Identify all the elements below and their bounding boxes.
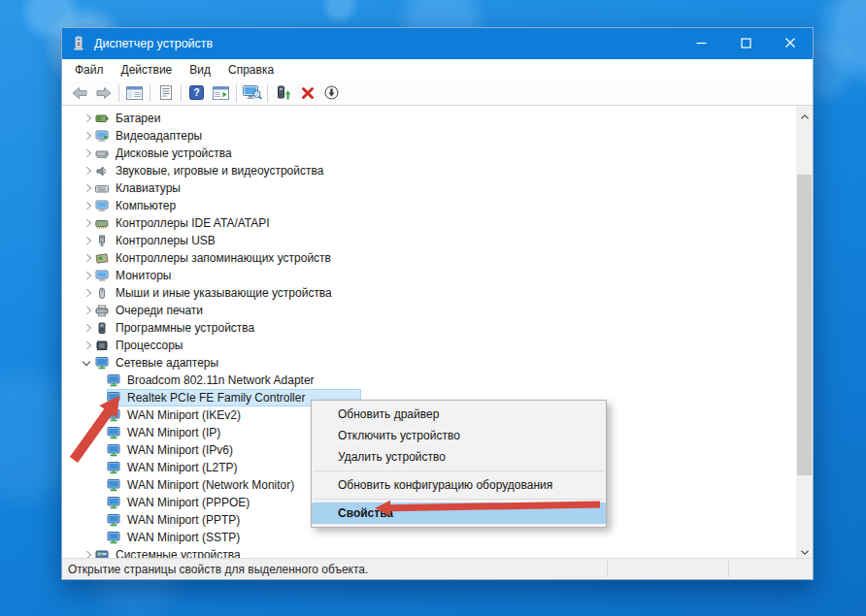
tree-item-label: Мониторы	[116, 269, 171, 282]
tree-item-label: WAN Miniport (SSTP)	[127, 531, 240, 544]
uninstall-device-icon[interactable]	[295, 82, 319, 104]
console-tree-icon[interactable]	[122, 82, 147, 104]
minimize-button[interactable]	[679, 28, 723, 59]
tree-item[interactable]: Мониторы	[62, 267, 796, 284]
tree-item-label: WAN Miniport (PPPOE)	[127, 496, 250, 509]
context-menu-item-uninstall-device[interactable]: Удалить устройство	[312, 446, 606, 468]
chevron-collapsed-icon[interactable]	[80, 145, 95, 162]
context-menu-item-update-driver[interactable]: Обновить драйвер	[312, 404, 606, 425]
tree-item-label: Программные устройства	[116, 321, 254, 335]
close-icon	[784, 35, 796, 52]
vertical-scrollbar[interactable]	[796, 106, 813, 558]
tree-item[interactable]: Программные устройства	[62, 319, 796, 337]
network-device-icon	[107, 373, 122, 387]
tree-item[interactable]: Broadcom 802.11n Network Adapter	[62, 372, 796, 389]
update-driver-icon[interactable]	[271, 82, 295, 104]
toolbar-separator	[267, 84, 268, 102]
tree-item[interactable]: Видеоадаптеры	[62, 127, 796, 145]
tree-item[interactable]: Очереди печати	[62, 302, 796, 319]
tree-item[interactable]: Компьютер	[62, 197, 796, 214]
tree-item-label: Дисковые устройства	[116, 146, 232, 160]
network-device-icon	[107, 426, 122, 439]
tree-item[interactable]: Процессоры	[62, 337, 796, 354]
tree-item[interactable]: Дисковые устройства	[62, 145, 796, 162]
tree-item[interactable]: Контроллеры IDE ATA/ATAPI	[62, 214, 796, 232]
chevron-collapsed-icon[interactable]	[80, 232, 95, 249]
scrollbar-thumb[interactable]	[797, 175, 812, 475]
tree-item-band: WAN Miniport (PPTP)	[107, 511, 243, 529]
help-icon[interactable]: ?	[184, 82, 209, 104]
properties-doc-icon[interactable]	[153, 82, 178, 104]
chevron-collapsed-icon[interactable]	[80, 249, 95, 267]
window-title: Диспетчер устройств	[94, 37, 213, 50]
chevron-expanded-icon[interactable]	[80, 354, 95, 372]
display-device-icon	[95, 129, 111, 143]
tree-item-band: Программные устройства	[95, 319, 257, 337]
menu-help[interactable]: Справка	[219, 60, 283, 80]
keyboard-device-icon	[95, 181, 111, 195]
context-menu-item-scan-hardware-changes[interactable]: Обновить конфигурацию оборудования	[312, 474, 606, 496]
tree-item-band: WAN Miniport (IPv6)	[107, 441, 236, 459]
chevron-collapsed-icon[interactable]	[80, 127, 95, 145]
chevron-collapsed-icon[interactable]	[80, 284, 95, 302]
tree-item-band: Звуковые, игровые и видеоустройства	[95, 162, 326, 179]
close-button[interactable]	[768, 28, 813, 59]
tree-item[interactable]: WAN Miniport (SSTP)	[62, 529, 796, 546]
menu-view[interactable]: Вид	[181, 60, 219, 80]
back-icon[interactable]	[67, 82, 91, 104]
forward-icon[interactable]	[91, 82, 116, 104]
tree-item-label: WAN Miniport (PPTP)	[127, 513, 240, 527]
context-menu-item-disable-device[interactable]: Отключить устройство	[312, 425, 606, 446]
tree-item-band: WAN Miniport (Network Monitor)	[107, 476, 297, 494]
chevron-collapsed-icon[interactable]	[80, 197, 95, 214]
action-pane-icon[interactable]	[209, 82, 233, 104]
maximize-button[interactable]	[723, 28, 768, 59]
tree-item-band: Батареи	[95, 110, 163, 127]
storage-device-icon	[95, 251, 111, 265]
computer-device-icon	[95, 199, 111, 212]
caption-buttons	[679, 28, 813, 59]
tree-item[interactable]: Контроллеры USB	[62, 232, 796, 249]
tree-item-band: WAN Miniport (PPPOE)	[107, 494, 252, 511]
menu-file[interactable]: Файл	[66, 60, 113, 80]
disable-device-icon[interactable]	[319, 82, 344, 104]
tree-item-label: WAN Miniport (Network Monitor)	[127, 478, 294, 492]
tree-item-label: Контроллеры IDE ATA/ATAPI	[116, 216, 270, 230]
scroll-down-button[interactable]	[796, 541, 813, 558]
chevron-collapsed-icon[interactable]	[80, 179, 95, 197]
software-device-icon	[95, 321, 111, 335]
titlebar[interactable]: Диспетчер устройств	[62, 28, 813, 59]
scroll-up-button[interactable]	[796, 106, 813, 122]
tree-item[interactable]: Системные устройства	[62, 546, 796, 558]
tree-item-band: Контроллеры запоминающих устройств	[95, 249, 334, 267]
chevron-up-icon	[801, 106, 809, 123]
context-menu-separator	[314, 499, 604, 500]
tree-item[interactable]: Мыши и иные указывающие устройства	[62, 284, 796, 302]
tree-item-band: Компьютер	[95, 197, 179, 214]
maximize-icon	[741, 35, 751, 52]
chevron-collapsed-icon[interactable]	[80, 337, 95, 354]
cpu-device-icon	[95, 339, 111, 352]
chevron-collapsed-icon[interactable]	[80, 319, 95, 337]
tree-item-label: Системные устройства	[116, 548, 241, 558]
chevron-collapsed-icon[interactable]	[80, 302, 95, 319]
tree-item[interactable]: Клавиатуры	[62, 179, 796, 197]
tree-item[interactable]: Звуковые, игровые и видеоустройства	[62, 162, 796, 179]
chevron-collapsed-icon[interactable]	[80, 267, 95, 284]
chevron-collapsed-icon[interactable]	[80, 546, 95, 558]
device-manager-icon	[71, 36, 86, 51]
menu-action[interactable]: Действие	[113, 60, 182, 80]
context-menu-item-properties[interactable]: Свойства	[312, 503, 606, 524]
battery-device-icon	[95, 112, 111, 125]
tree-item[interactable]: Батареи	[62, 110, 796, 127]
tree-item-label: Звуковые, игровые и видеоустройства	[116, 164, 323, 178]
tree-item[interactable]: Сетевые адаптеры	[62, 354, 796, 372]
chevron-collapsed-icon[interactable]	[80, 214, 95, 232]
chevron-collapsed-icon[interactable]	[80, 110, 95, 127]
network-device-icon	[95, 356, 111, 370]
scan-hardware-changes-icon[interactable]	[240, 82, 264, 104]
chevron-collapsed-icon[interactable]	[80, 162, 95, 179]
tree-item-band: Контроллеры IDE ATA/ATAPI	[95, 214, 273, 232]
tree-item[interactable]: Контроллеры запоминающих устройств	[62, 249, 796, 267]
tree-item-label: Клавиатуры	[116, 181, 181, 195]
